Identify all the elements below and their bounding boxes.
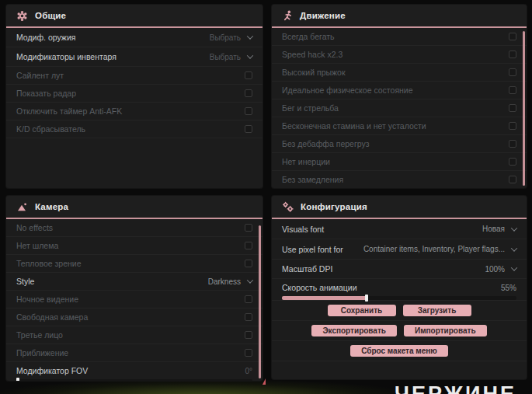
fov-slider-handle[interactable] <box>16 378 19 381</box>
row-label: Use pixel font for <box>282 245 343 254</box>
weapon-modifier-dropdown[interactable]: Выбрать <box>210 33 252 42</box>
running-person-icon <box>282 10 293 22</box>
row-label: Модиф. оружия <box>16 33 75 42</box>
row-no-inertia[interactable]: Нет инерции <box>272 153 527 171</box>
row-third-person[interactable]: Третье лицо <box>6 326 263 344</box>
config-buttons-row-1: Сохранить Загрузить <box>272 301 527 321</box>
disable-afk-timer-checkbox[interactable] <box>245 107 252 115</box>
export-button[interactable]: Экспортировать <box>311 325 397 336</box>
visuals-font-dropdown[interactable]: Новая <box>482 225 516 233</box>
watermark-text: ЧЕРЖИНЕ <box>395 382 516 394</box>
row-label: Без замедления <box>282 175 343 184</box>
panel-camera: Камера No effects Нет шлема Тепловое зре… <box>6 196 263 381</box>
row-label: Всегда бегать <box>282 32 335 41</box>
row-no-slowdown[interactable]: Без замедления <box>272 171 527 188</box>
load-button[interactable]: Загрузить <box>403 305 471 316</box>
row-silent-loot[interactable]: Сайлент лут <box>6 67 263 85</box>
no-helmet-checkbox[interactable] <box>245 242 252 249</box>
dropdown-value: Новая <box>482 225 505 233</box>
chevron-down-icon <box>247 52 253 58</box>
dropdown-value: Container items, Inventory, Player flags… <box>363 245 505 253</box>
animation-speed-fill <box>282 296 367 300</box>
kd-resetter-checkbox[interactable] <box>245 125 252 133</box>
row-label: Тепловое зрение <box>16 259 82 268</box>
row-label: Высокий прыжок <box>282 68 346 77</box>
row-visuals-font: Visuals font Новая <box>272 219 527 239</box>
row-label: Отключить таймер Anti-AFK <box>16 106 122 116</box>
row-always-run[interactable]: Всегда бегать <box>272 28 527 46</box>
row-animation-speed: Скорость анимации 55% <box>272 279 527 301</box>
row-label: Бесконечная стамина и нет усталости <box>282 121 426 131</box>
row-night-vision[interactable]: Ночное видение <box>6 291 263 309</box>
no-overload-debuff-checkbox[interactable] <box>509 140 516 148</box>
panel-camera-header[interactable]: Камера <box>6 196 263 218</box>
high-jump-checkbox[interactable] <box>509 68 516 76</box>
movement-scrollbar[interactable] <box>523 31 525 186</box>
row-speed-hack[interactable]: Speed hack x2.3 <box>272 46 527 64</box>
third-person-checkbox[interactable] <box>245 331 252 339</box>
row-infinite-stamina[interactable]: Бесконечная стамина и нет усталости <box>272 117 527 135</box>
panel-config-header[interactable]: Конфигурация <box>272 196 527 218</box>
row-label: Ночное видение <box>16 295 78 304</box>
infinite-stamina-checkbox[interactable] <box>509 122 516 130</box>
perfect-condition-checkbox[interactable] <box>509 86 516 94</box>
row-label: Третье лицо <box>16 330 63 340</box>
night-vision-checkbox[interactable] <box>245 295 252 303</box>
row-run-and-shoot[interactable]: Бег и стрельба <box>272 99 527 117</box>
row-high-jump[interactable]: Высокий прыжок <box>272 64 527 82</box>
no-slowdown-checkbox[interactable] <box>509 176 516 183</box>
row-label: Модификаторы инвентаря <box>16 52 116 61</box>
panel-title: Общие <box>35 11 66 20</box>
pixel-font-dropdown[interactable]: Container items, Inventory, Player flags… <box>363 245 516 253</box>
show-radar-checkbox[interactable] <box>245 89 252 97</box>
row-no-helmet[interactable]: Нет шлема <box>6 237 263 255</box>
row-label: Скорость анимации <box>282 283 357 292</box>
row-label: Сайлент лут <box>16 71 64 80</box>
save-button[interactable]: Сохранить <box>328 305 396 316</box>
row-show-radar[interactable]: Показать радар <box>6 85 263 103</box>
dropdown-value: Darkness <box>208 277 241 286</box>
no-inertia-checkbox[interactable] <box>509 158 516 166</box>
row-thermal-vision[interactable]: Тепловое зрение <box>6 255 263 273</box>
row-label: Показать радар <box>16 89 76 98</box>
inventory-modifiers-dropdown[interactable]: Выбрать <box>210 53 252 61</box>
row-fov-modifier: Модификатор FOV 0° <box>6 362 263 381</box>
thermal-vision-checkbox[interactable] <box>245 260 252 267</box>
panel-general-header[interactable]: Общие <box>6 5 263 26</box>
silent-loot-checkbox[interactable] <box>245 71 252 79</box>
row-no-effects[interactable]: No effects <box>6 219 263 237</box>
reset-menu-layout-button[interactable]: Сброс макета меню <box>350 345 448 357</box>
panel-movement-header[interactable]: Движение <box>272 5 527 26</box>
row-kd-resetter[interactable]: K/D сбрасыватель <box>6 120 263 138</box>
row-inventory-modifiers: Модификаторы инвентаря Выбрать <box>6 47 263 67</box>
no-effects-checkbox[interactable] <box>245 224 252 232</box>
row-perfect-condition[interactable]: Идеальное физическое состояние <box>272 82 527 99</box>
fov-slider[interactable] <box>16 379 252 381</box>
dropdown-value: Выбрать <box>210 33 241 42</box>
animation-speed-handle[interactable] <box>365 295 368 302</box>
dpi-scale-dropdown[interactable]: 100% <box>485 265 516 274</box>
row-label: Style <box>16 277 34 286</box>
dropdown-value: 100% <box>485 265 505 274</box>
row-label: Бег и стрельба <box>282 103 339 113</box>
always-run-checkbox[interactable] <box>509 33 516 40</box>
style-dropdown[interactable]: Darkness <box>208 277 252 286</box>
panel-title: Камера <box>35 202 68 211</box>
free-camera-checkbox[interactable] <box>245 313 252 321</box>
row-disable-afk-timer[interactable]: Отключить таймер Anti-AFK <box>6 103 263 120</box>
chevron-down-icon <box>247 33 253 39</box>
import-button[interactable]: Импортировать <box>404 325 487 336</box>
run-and-shoot-checkbox[interactable] <box>509 104 516 112</box>
row-dpi-scale: Масштаб DPI 100% <box>272 260 527 279</box>
row-label: No effects <box>16 223 53 232</box>
animation-speed-slider[interactable] <box>282 296 516 300</box>
zoom-checkbox[interactable] <box>245 349 252 357</box>
row-free-camera[interactable]: Свободная камера <box>6 309 263 326</box>
speed-hack-checkbox[interactable] <box>509 51 516 58</box>
panel-movement: Движение Всегда бегать Speed hack x2.3 В… <box>272 5 527 188</box>
row-no-overload-debuff[interactable]: Без дебаффа перегруз <box>272 135 527 153</box>
camera-scrollbar[interactable] <box>259 225 261 378</box>
panel-title: Конфигурация <box>301 202 367 211</box>
row-zoom[interactable]: Приближение <box>6 344 263 362</box>
image-mountain-icon <box>16 201 28 213</box>
